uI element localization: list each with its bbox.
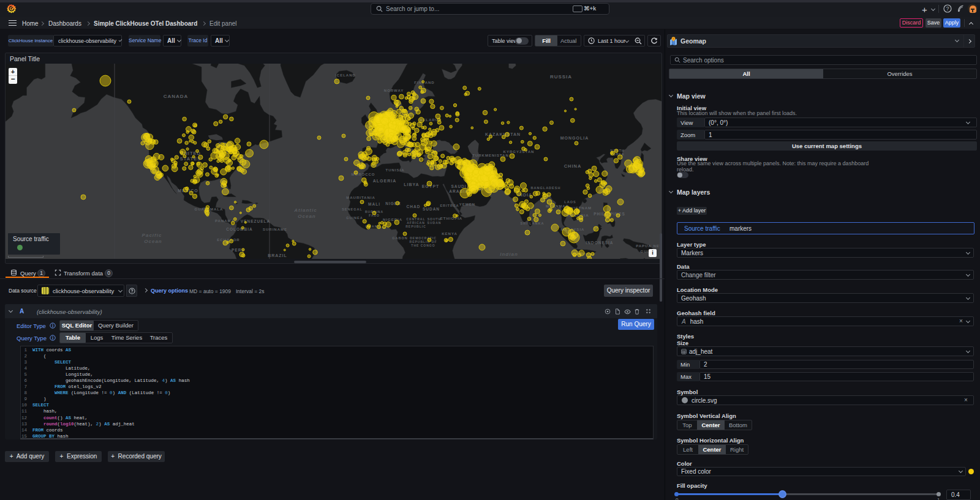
svg-text:Pacific: Pacific — [142, 233, 162, 238]
svg-text:THE CONGO: THE CONGO — [411, 244, 435, 247]
svg-text:SRI LANKA: SRI LANKA — [521, 222, 545, 225]
svg-text:NORWAY: NORWAY — [384, 89, 404, 92]
svg-text:LAOS: LAOS — [564, 200, 576, 204]
svg-text:SUDAN: SUDAN — [423, 207, 440, 211]
svg-text:ERITREA: ERITREA — [440, 204, 459, 207]
svg-text:RUSSIA: RUSSIA — [550, 74, 572, 80]
svg-text:Ocean: Ocean — [144, 239, 162, 244]
svg-text:GABON: GABON — [392, 236, 407, 240]
svg-text:MALI: MALI — [368, 202, 380, 206]
svg-text:CANADA: CANADA — [164, 94, 189, 99]
svg-text:CHINA: CHINA — [564, 163, 582, 169]
svg-text:?: ? — [946, 6, 949, 12]
svg-text:GUINEA: GUINEA — [346, 216, 363, 220]
svg-text:SURINAME: SURINAME — [263, 228, 287, 231]
svg-text:YEMEN: YEMEN — [459, 203, 475, 206]
svg-text:Ocean: Ocean — [298, 214, 315, 219]
svg-text:PAPUA: PAPUA — [636, 244, 652, 248]
svg-text:INDONESIA: INDONESIA — [586, 241, 613, 245]
svg-text:MAURITANIA: MAURITANIA — [346, 196, 375, 200]
svg-text:SAUDI: SAUDI — [451, 184, 466, 188]
svg-text:VIETNAM: VIETNAM — [571, 206, 592, 210]
svg-text:ETHIOPIA: ETHIOPIA — [440, 217, 462, 220]
svg-text:ICELAND: ICELAND — [335, 73, 356, 77]
svg-text:SUDAN: SUDAN — [428, 221, 442, 225]
svg-text:TUNISIA: TUNISIA — [386, 168, 405, 172]
svg-text:NIGERIA: NIGERIA — [383, 218, 402, 222]
svg-text:MONGOLIA: MONGOLIA — [560, 136, 589, 140]
svg-text:CHAD: CHAD — [407, 204, 421, 209]
svg-text:Indian: Indian — [500, 252, 518, 257]
svg-text:Atlantic: Atlantic — [293, 207, 317, 213]
svg-text:LIBYA: LIBYA — [404, 182, 419, 187]
svg-text:ALGERIA: ALGERIA — [373, 179, 397, 183]
svg-text:REPUBLIC: REPUBLIC — [405, 225, 426, 228]
svg-text:COLOMBIA: COLOMBIA — [226, 227, 252, 231]
svg-text:BRAZIL: BRAZIL — [268, 253, 287, 258]
svg-text:BANGLADESH: BANGLADESH — [531, 186, 561, 190]
svg-text:SENEGAL: SENEGAL — [342, 207, 363, 211]
svg-text:KENYA: KENYA — [442, 232, 457, 236]
